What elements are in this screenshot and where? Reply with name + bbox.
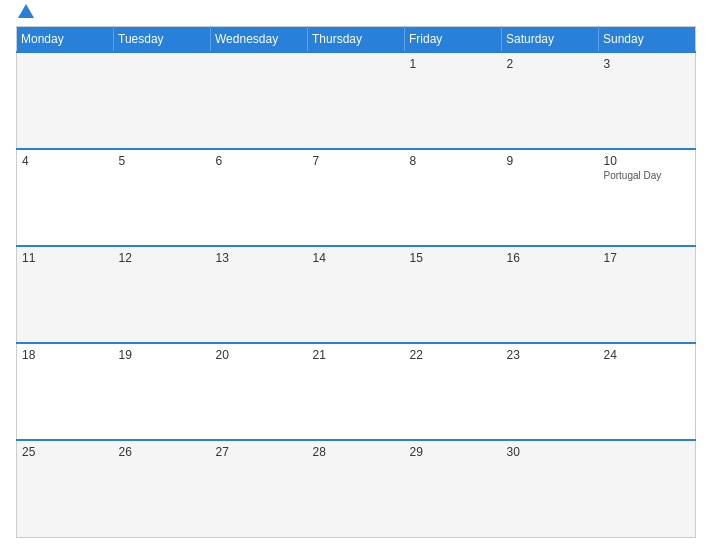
weekday-friday: Friday: [405, 27, 502, 53]
calendar-cell: 23: [502, 343, 599, 440]
calendar-cell: 10Portugal Day: [599, 149, 696, 246]
day-number: 25: [22, 445, 109, 459]
weekday-saturday: Saturday: [502, 27, 599, 53]
calendar-cell: 6: [211, 149, 308, 246]
day-number: 24: [604, 348, 691, 362]
calendar-table: MondayTuesdayWednesdayThursdayFridaySatu…: [16, 26, 696, 538]
calendar-cell: 20: [211, 343, 308, 440]
calendar-cell: 9: [502, 149, 599, 246]
day-number: 27: [216, 445, 303, 459]
day-number: 22: [410, 348, 497, 362]
calendar-cell: [17, 52, 114, 149]
calendar-cell: 8: [405, 149, 502, 246]
day-number: 5: [119, 154, 206, 168]
week-row-2: 11121314151617: [17, 246, 696, 343]
calendar-cell: [308, 52, 405, 149]
calendar-cell: 17: [599, 246, 696, 343]
calendar-cell: 1: [405, 52, 502, 149]
day-number: 13: [216, 251, 303, 265]
logo: [16, 12, 34, 18]
calendar-cell: 27: [211, 440, 308, 537]
calendar-cell: 29: [405, 440, 502, 537]
weekday-wednesday: Wednesday: [211, 27, 308, 53]
weekday-header-row: MondayTuesdayWednesdayThursdayFridaySatu…: [17, 27, 696, 53]
day-number: 29: [410, 445, 497, 459]
calendar-cell: 12: [114, 246, 211, 343]
calendar-cell: 15: [405, 246, 502, 343]
calendar-cell: 11: [17, 246, 114, 343]
calendar-cell: 22: [405, 343, 502, 440]
week-row-1: 45678910Portugal Day: [17, 149, 696, 246]
day-number: 10: [604, 154, 691, 168]
day-number: 21: [313, 348, 400, 362]
day-number: 3: [604, 57, 691, 71]
calendar-cell: 18: [17, 343, 114, 440]
day-number: 17: [604, 251, 691, 265]
calendar-cell: 14: [308, 246, 405, 343]
header: [16, 12, 696, 18]
day-number: 12: [119, 251, 206, 265]
day-number: 1: [410, 57, 497, 71]
day-number: 7: [313, 154, 400, 168]
day-number: 19: [119, 348, 206, 362]
weekday-tuesday: Tuesday: [114, 27, 211, 53]
calendar-cell: 5: [114, 149, 211, 246]
day-number: 23: [507, 348, 594, 362]
calendar-page: MondayTuesdayWednesdayThursdayFridaySatu…: [0, 0, 712, 550]
weekday-sunday: Sunday: [599, 27, 696, 53]
day-number: 18: [22, 348, 109, 362]
day-number: 9: [507, 154, 594, 168]
day-number: 15: [410, 251, 497, 265]
day-number: 6: [216, 154, 303, 168]
day-number: 2: [507, 57, 594, 71]
weekday-monday: Monday: [17, 27, 114, 53]
calendar-cell: 24: [599, 343, 696, 440]
week-row-0: 123: [17, 52, 696, 149]
day-number: 4: [22, 154, 109, 168]
calendar-cell: 28: [308, 440, 405, 537]
day-number: 14: [313, 251, 400, 265]
day-number: 26: [119, 445, 206, 459]
day-number: 8: [410, 154, 497, 168]
calendar-cell: 26: [114, 440, 211, 537]
day-number: 30: [507, 445, 594, 459]
calendar-cell: 13: [211, 246, 308, 343]
calendar-cell: [599, 440, 696, 537]
calendar-cell: 30: [502, 440, 599, 537]
calendar-cell: 16: [502, 246, 599, 343]
day-number: 28: [313, 445, 400, 459]
calendar-cell: [211, 52, 308, 149]
calendar-cell: 7: [308, 149, 405, 246]
week-row-4: 252627282930: [17, 440, 696, 537]
calendar-cell: 4: [17, 149, 114, 246]
calendar-cell: 2: [502, 52, 599, 149]
calendar-cell: 3: [599, 52, 696, 149]
calendar-cell: [114, 52, 211, 149]
calendar-cell: 21: [308, 343, 405, 440]
calendar-cell: 25: [17, 440, 114, 537]
week-row-3: 18192021222324: [17, 343, 696, 440]
weekday-thursday: Thursday: [308, 27, 405, 53]
day-number: 16: [507, 251, 594, 265]
day-number: 11: [22, 251, 109, 265]
holiday-label: Portugal Day: [604, 170, 691, 181]
logo-triangle-icon: [18, 4, 34, 18]
day-number: 20: [216, 348, 303, 362]
calendar-cell: 19: [114, 343, 211, 440]
